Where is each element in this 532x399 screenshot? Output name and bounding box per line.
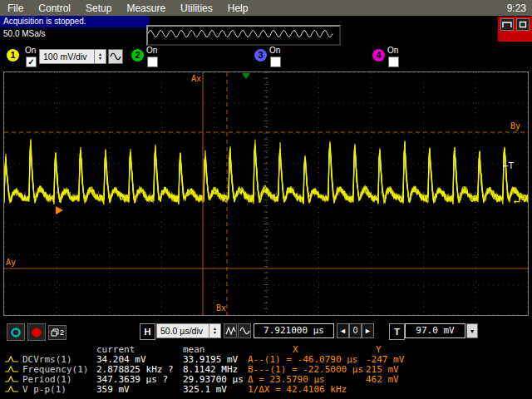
window-icon — [51, 328, 59, 337]
scope-display[interactable]: Ax Bx Ay By ←T ↵ — [3, 71, 529, 316]
menu-item-help[interactable]: Help — [220, 1, 256, 16]
measurement-row-dcvrms: DCVrms(1) 34.204 mV 33.9195 mV A--(1) = … — [0, 354, 532, 364]
timebase-select[interactable]: 50.0 µs/div ▴ ▾ — [156, 323, 221, 338]
channel1-source-icon — [4, 385, 19, 393]
timebase-spinner-icon[interactable]: ▴ ▾ — [209, 324, 220, 337]
cursor-ay-label: Ay — [6, 258, 16, 267]
cursor-by-label: By — [510, 121, 520, 131]
channel1-source-icon — [4, 365, 19, 373]
graticule — [4, 72, 528, 315]
measurement-current: 359 mV — [96, 384, 130, 395]
channel4-on-checkbox[interactable] — [388, 57, 399, 67]
channel4-on-label: On — [387, 46, 398, 55]
channel2-on-label: On — [146, 46, 157, 55]
pulse-icon — [502, 20, 512, 29]
channel2-button[interactable]: 2 — [131, 49, 144, 62]
acquisition-status: Acquisition is stopped. — [0, 16, 150, 27]
channel3-on-checkbox[interactable] — [270, 57, 281, 67]
spin-down-icon[interactable]: ▾ — [214, 331, 216, 335]
measurement-row-frequency: Frequency(1) 2.878825 kHz ? 8.1142 MHz B… — [0, 364, 532, 374]
measurement-name: V p-p(1) — [22, 384, 66, 395]
measurement-row-period: Period(1) 347.3639 µs ? 29.93700 µs Δ = … — [0, 374, 532, 384]
delay-zero-button[interactable]: 0 — [349, 323, 362, 338]
cursors-button[interactable] — [7, 323, 25, 341]
cursor-bx-label: Bx — [216, 303, 226, 313]
trigger-level-marker[interactable]: ←T — [503, 160, 515, 171]
sine-adjust-icon — [110, 52, 121, 62]
measurement-row-vpp: V p-p(1) 359 mV 325.1 mV 1/ΔX = 42.4106 … — [0, 384, 532, 394]
sine-wave-icon — [239, 326, 250, 336]
cursor-inverse-delta-readout: 1/ΔX = 42.4106 kHz — [248, 384, 347, 395]
menu-item-control[interactable]: Control — [31, 1, 78, 16]
horizontal-section-label: H — [140, 323, 155, 340]
delay-time-field[interactable]: 7.921000 µs — [254, 323, 334, 338]
triangle-wave-mode-button[interactable] — [224, 323, 237, 338]
channel1-reference-marker[interactable]: ↵ — [514, 194, 520, 206]
teal-ring-icon — [10, 327, 22, 338]
run-control-panel — [498, 17, 532, 42]
sine-wave-mode-button[interactable] — [238, 323, 251, 338]
acquisition-preview-bar[interactable] — [146, 25, 341, 46]
delay-step-left-button[interactable]: ◄ — [337, 323, 349, 338]
window2-button[interactable]: 2 — [48, 325, 66, 340]
channel1-button[interactable]: 1 — [7, 49, 19, 62]
single-button[interactable] — [516, 18, 530, 31]
cursor-a-marker — [56, 206, 63, 214]
menu-item-setup[interactable]: Setup — [78, 1, 119, 16]
square-icon — [518, 20, 528, 29]
trigger-level-dropdown[interactable]: ▾ — [466, 323, 478, 338]
channel1-on-label: On — [25, 46, 36, 55]
sample-rate: 50.0 MSa/s — [3, 29, 46, 38]
trigger-section-label: T — [389, 323, 405, 340]
channel2-on-checkbox[interactable] — [147, 57, 158, 67]
window2-label: 2 — [60, 328, 64, 337]
channel1-scale-spinner-icon[interactable]: ▴ ▾ — [94, 50, 106, 63]
channel3-on-label: On — [269, 46, 280, 55]
measurement-mean: 325.1 mV — [183, 384, 227, 395]
trigger-level-field[interactable]: 97.0 mV — [405, 323, 466, 338]
channel1-waveform-scale-button[interactable] — [108, 49, 123, 64]
trigger-time-marker[interactable] — [242, 73, 250, 79]
channel4-button[interactable]: 4 — [372, 49, 385, 62]
record-button[interactable] — [27, 323, 46, 341]
cursor-ax-label: Ax — [191, 74, 201, 83]
channel1-scale-value: 100 mV/div — [40, 52, 94, 62]
spin-down-icon[interactable]: ▾ — [99, 57, 101, 61]
run-stop-button[interactable] — [500, 18, 514, 31]
channel1-source-icon — [4, 375, 19, 383]
red-dot-icon — [31, 327, 42, 338]
clock: 9:23 — [507, 2, 526, 14]
channel3-button[interactable]: 3 — [254, 49, 267, 62]
channel1-scale-select[interactable]: 100 mV/div ▴ ▾ — [39, 49, 106, 64]
delay-step-right-button[interactable]: ► — [362, 323, 374, 338]
menu-item-utilities[interactable]: Utilities — [173, 1, 220, 16]
menu-item-file[interactable]: File — [0, 1, 31, 16]
preview-waveform — [148, 27, 334, 41]
timebase-value: 50.0 µs/div — [157, 326, 209, 336]
menu-bar: File Control Setup Measure Utilities Hel… — [0, 0, 532, 16]
triangle-wave-icon — [225, 326, 236, 336]
channel1-source-icon — [4, 355, 19, 363]
menu-item-measure[interactable]: Measure — [119, 1, 173, 16]
channel1-on-checkbox[interactable]: ✓ — [26, 57, 37, 67]
